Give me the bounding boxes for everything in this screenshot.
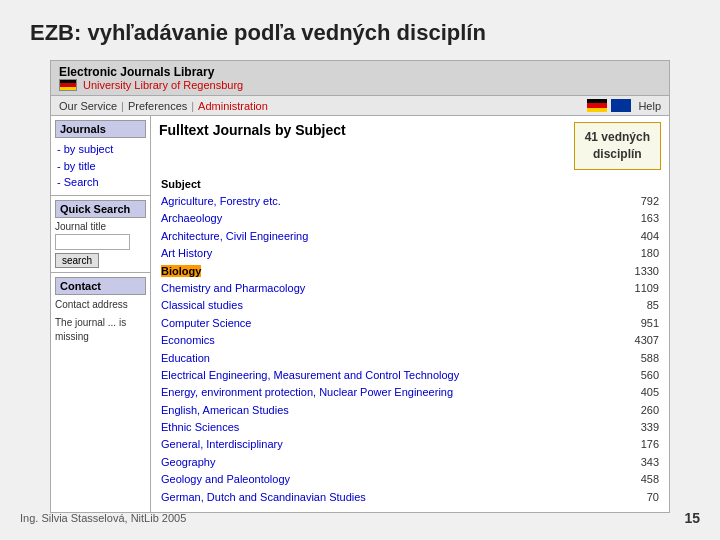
- search-button[interactable]: search: [55, 253, 99, 268]
- contact-title: Contact: [55, 277, 146, 295]
- callout-line2: disciplín: [585, 146, 650, 163]
- subject-link[interactable]: Biology: [161, 265, 201, 277]
- subject-link[interactable]: Classical studies: [161, 299, 243, 311]
- subject-count: 792: [611, 193, 661, 210]
- journals-section: Journals - by subject - by title - Searc…: [51, 116, 150, 196]
- subject-count: 405: [611, 384, 661, 401]
- subject-link[interactable]: Economics: [161, 334, 215, 346]
- subject-link[interactable]: German, Dutch and Scandinavian Studies: [161, 491, 366, 503]
- journals-search-link[interactable]: - Search: [55, 174, 146, 191]
- flag-uk-icon: [611, 99, 631, 112]
- subject-link[interactable]: Agriculture, Forestry etc.: [161, 195, 281, 207]
- browser-title: Electronic Journals Library: [59, 65, 661, 79]
- nav-admin[interactable]: Administration: [198, 100, 268, 112]
- flag-de-icon: [59, 79, 77, 91]
- subject-count: 260: [611, 402, 661, 419]
- subject-count: 458: [611, 471, 661, 488]
- nav-separator-1: |: [121, 100, 124, 112]
- browser-subtitle: University Library of Regensburg: [59, 79, 661, 91]
- footer-bar: Ing. Silvia Stasselová, NitLib 2005 15: [0, 504, 720, 532]
- subject-count: 163: [611, 210, 661, 227]
- contact-section: Contact Contact address The journal ... …: [51, 273, 150, 348]
- table-row: Geology and Paleontology458: [159, 471, 661, 488]
- journal-title-label: Journal title: [55, 221, 146, 232]
- browser-subtitle-text: University Library of Regensburg: [83, 79, 243, 91]
- table-row: Biology1330: [159, 263, 661, 280]
- table-row: Electrical Engineering, Measurement and …: [159, 367, 661, 384]
- page-number: 15: [684, 510, 700, 526]
- subject-count: 1109: [611, 280, 661, 297]
- subject-link[interactable]: General, Interdisciplinary: [161, 438, 283, 450]
- subject-column-header: Subject: [159, 176, 611, 193]
- table-row: Classical studies85: [159, 297, 661, 314]
- table-row: Geography343: [159, 454, 661, 471]
- subject-count: 951: [611, 315, 661, 332]
- browser-nav: Our Service | Preferences | Administrati…: [51, 96, 669, 116]
- subject-link[interactable]: Education: [161, 352, 210, 364]
- journals-by-title-link[interactable]: - by title: [55, 158, 146, 175]
- subject-link[interactable]: Architecture, Civil Engineering: [161, 230, 308, 242]
- subject-count: 1330: [611, 263, 661, 280]
- subject-count: 85: [611, 297, 661, 314]
- main-content: 41 vedných disciplín Fulltext Journals b…: [151, 116, 669, 512]
- subjects-table: Subject Agriculture, Forestry etc.792Arc…: [159, 176, 661, 506]
- subject-link[interactable]: Ethnic Sciences: [161, 421, 239, 433]
- subject-link[interactable]: English, American Studies: [161, 404, 289, 416]
- nav-separator-2: |: [191, 100, 194, 112]
- callout-line1: 41 vedných: [585, 129, 650, 146]
- table-row: Archaeology163: [159, 210, 661, 227]
- subject-link[interactable]: Chemistry and Pharmacology: [161, 282, 305, 294]
- table-row: Energy, environment protection, Nuclear …: [159, 384, 661, 401]
- journal-title-input[interactable]: [55, 234, 130, 250]
- subject-count: 588: [611, 350, 661, 367]
- subject-count: 4307: [611, 332, 661, 349]
- subject-count: 404: [611, 228, 661, 245]
- journal-missing-text: The journal ... is missing: [55, 316, 146, 344]
- table-row: Economics4307: [159, 332, 661, 349]
- table-row: Art History180: [159, 245, 661, 262]
- slide-title: EZB: vyhľadávanie podľa vedných disciplí…: [30, 20, 690, 46]
- nav-preferences[interactable]: Preferences: [128, 100, 187, 112]
- table-row: Architecture, Civil Engineering404: [159, 228, 661, 245]
- browser-header: Electronic Journals Library University L…: [51, 61, 669, 96]
- subject-count: 560: [611, 367, 661, 384]
- table-row: English, American Studies260: [159, 402, 661, 419]
- sidebar: Journals - by subject - by title - Searc…: [51, 116, 151, 512]
- browser-content: Journals - by subject - by title - Searc…: [51, 116, 669, 512]
- slide-container: EZB: vyhľadávanie podľa vedných disciplí…: [0, 0, 720, 540]
- callout-box: 41 vedných disciplín: [574, 122, 661, 170]
- subject-link[interactable]: Energy, environment protection, Nuclear …: [161, 386, 453, 398]
- subject-count: 339: [611, 419, 661, 436]
- footer-text: Ing. Silvia Stasselová, NitLib 2005: [20, 512, 186, 524]
- subject-count: 176: [611, 436, 661, 453]
- subject-link[interactable]: Electrical Engineering, Measurement and …: [161, 369, 459, 381]
- contact-address: Contact address: [55, 298, 146, 312]
- subject-count: 343: [611, 454, 661, 471]
- browser-window: Electronic Journals Library University L…: [50, 60, 670, 513]
- journals-by-subject-link[interactable]: - by subject: [55, 141, 146, 158]
- subject-link[interactable]: Computer Science: [161, 317, 252, 329]
- subject-link[interactable]: Art History: [161, 247, 212, 259]
- table-row: General, Interdisciplinary176: [159, 436, 661, 453]
- flag-german-icon: [587, 99, 607, 112]
- subject-link[interactable]: Geology and Paleontology: [161, 473, 290, 485]
- quick-search-section: Quick Search Journal title search: [51, 196, 150, 273]
- subject-link[interactable]: Archaeology: [161, 212, 222, 224]
- table-row: Ethnic Sciences339: [159, 419, 661, 436]
- nav-help[interactable]: Help: [638, 100, 661, 112]
- table-row: Agriculture, Forestry etc.792: [159, 193, 661, 210]
- table-row: Education588: [159, 350, 661, 367]
- nav-service[interactable]: Our Service: [59, 100, 117, 112]
- subject-count: 180: [611, 245, 661, 262]
- quick-search-title: Quick Search: [55, 200, 146, 218]
- table-row: Chemistry and Pharmacology1109: [159, 280, 661, 297]
- count-column-header: [611, 176, 661, 193]
- subject-link[interactable]: Geography: [161, 456, 215, 468]
- journals-section-title: Journals: [55, 120, 146, 138]
- table-row: Computer Science951: [159, 315, 661, 332]
